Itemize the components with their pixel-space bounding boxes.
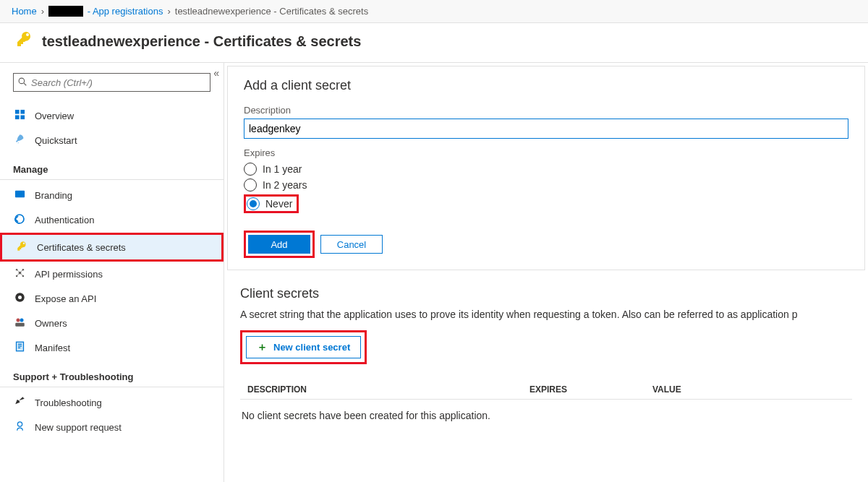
svg-rect-5 — [20, 115, 25, 119]
breadcrumb-app-registrations[interactable]: - App registrations — [88, 6, 163, 17]
svg-rect-21 — [15, 323, 25, 327]
add-button-highlight: Add — [244, 231, 315, 258]
radio-label: In 2 years — [263, 179, 307, 191]
sidebar-section-support: Support + Troubleshooting — [0, 364, 224, 387]
sidebar-item-quickstart[interactable]: Quickstart — [0, 128, 224, 152]
sidebar-search[interactable] — [13, 73, 210, 92]
sidebar-item-api-permissions[interactable]: API permissions — [0, 262, 224, 286]
new-client-secret-highlight: ＋ New client secret — [240, 330, 367, 364]
content-pane: Add a client secret Description Expires … — [224, 63, 868, 482]
sidebar-item-overview[interactable]: Overview — [0, 103, 224, 128]
svg-rect-6 — [14, 191, 24, 197]
breadcrumb: Home › - App registrations › testleadnew… — [0, 0, 868, 23]
col-value: VALUE — [652, 384, 845, 395]
expires-option-2years[interactable]: In 2 years — [244, 177, 848, 193]
svg-line-1 — [24, 82, 26, 85]
breadcrumb-current: testleadnewexperience - Certificates & s… — [175, 6, 368, 17]
sidebar-item-label: Manifest — [35, 343, 70, 353]
radio-icon[interactable] — [244, 178, 257, 191]
secrets-table-header: DESCRIPTION EXPIRES VALUE — [240, 380, 852, 400]
sidebar-item-authentication[interactable]: Authentication — [0, 207, 224, 233]
svg-point-20 — [20, 319, 23, 322]
sidebar-item-label: Expose an API — [35, 293, 96, 304]
secrets-empty-message: No client secrets have been created for … — [240, 400, 852, 421]
sidebar-item-branding[interactable]: Branding — [0, 183, 224, 207]
expose-api-icon — [13, 292, 26, 305]
svg-line-13 — [17, 270, 20, 272]
sidebar-item-expose-api[interactable]: Expose an API — [0, 286, 224, 311]
breadcrumb-home[interactable]: Home — [12, 6, 37, 17]
page-title-bar: testleadnewexperience - Certificates & s… — [0, 23, 868, 63]
svg-line-15 — [17, 273, 20, 276]
sidebar-item-label: Branding — [35, 190, 72, 201]
description-label: Description — [244, 105, 848, 116]
col-expires: EXPIRES — [529, 384, 652, 395]
key-icon — [15, 241, 28, 254]
svg-rect-3 — [20, 110, 25, 114]
radio-icon[interactable] — [247, 197, 260, 210]
sidebar-item-label: New support request — [35, 422, 122, 433]
sidebar-item-manifest[interactable]: Manifest — [0, 335, 224, 360]
form-title: Add a client secret — [244, 78, 848, 93]
sidebar-item-label: Quickstart — [35, 135, 77, 146]
cancel-button[interactable]: Cancel — [320, 235, 383, 254]
new-client-secret-button[interactable]: ＋ New client secret — [246, 336, 361, 358]
grid-icon — [13, 109, 26, 122]
description-input[interactable] — [244, 119, 848, 139]
search-icon — [18, 77, 27, 88]
sidebar-item-label: Certificates & secrets — [37, 242, 126, 253]
svg-rect-4 — [14, 115, 19, 119]
client-secrets-intro: A secret string that the application use… — [240, 309, 852, 320]
breadcrumb-redacted — [48, 6, 83, 17]
sidebar-item-owners[interactable]: Owners — [0, 311, 224, 335]
add-client-secret-panel: Add a client secret Description Expires … — [227, 66, 865, 270]
manifest-icon — [13, 341, 26, 354]
search-input[interactable] — [31, 77, 205, 88]
svg-point-18 — [18, 296, 22, 299]
svg-line-16 — [20, 273, 22, 276]
add-button[interactable]: Add — [248, 235, 310, 254]
sidebar-item-certificates-secrets[interactable]: Certificates & secrets — [0, 233, 224, 262]
expires-option-1year[interactable]: In 1 year — [244, 161, 848, 177]
sidebar: « Overview Quickstart Manage Branding — [0, 63, 224, 482]
sidebar-section-manage: Manage — [0, 157, 224, 180]
radio-label: Never — [265, 198, 292, 210]
chevron-right-icon: › — [167, 6, 170, 17]
chevron-right-icon: › — [41, 6, 44, 17]
rocket-icon — [13, 134, 26, 147]
sidebar-item-label: API permissions — [35, 269, 103, 280]
support-icon — [13, 421, 26, 434]
sidebar-item-troubleshooting[interactable]: Troubleshooting — [0, 390, 224, 415]
sidebar-item-label: Authentication — [35, 215, 94, 225]
svg-point-26 — [17, 422, 22, 426]
owners-icon — [13, 317, 26, 330]
sidebar-item-new-support-request[interactable]: New support request — [0, 415, 224, 439]
sidebar-item-label: Owners — [35, 318, 67, 329]
plus-icon: ＋ — [257, 340, 268, 354]
tag-icon — [13, 189, 26, 202]
svg-point-0 — [19, 78, 25, 84]
svg-line-14 — [20, 270, 22, 272]
api-perm-icon — [13, 267, 26, 280]
auth-icon — [13, 213, 26, 227]
expires-option-never[interactable]: Never — [244, 194, 299, 213]
key-icon — [16, 30, 33, 52]
svg-point-19 — [16, 319, 20, 322]
svg-rect-2 — [14, 110, 19, 114]
radio-label: In 1 year — [263, 163, 302, 175]
expires-label: Expires — [244, 147, 848, 158]
radio-icon[interactable] — [244, 163, 257, 176]
new-client-secret-label: New client secret — [273, 342, 350, 353]
page-title: testleadnewexperience - Certificates & s… — [42, 33, 361, 50]
wrench-icon — [13, 396, 26, 409]
sidebar-item-label: Overview — [35, 111, 74, 121]
client-secrets-title: Client secrets — [240, 286, 852, 301]
client-secrets-section: Client secrets A secret string that the … — [224, 282, 868, 437]
collapse-sidebar-icon[interactable]: « — [213, 67, 219, 79]
col-description: DESCRIPTION — [247, 384, 529, 395]
sidebar-item-label: Troubleshooting — [35, 397, 102, 408]
